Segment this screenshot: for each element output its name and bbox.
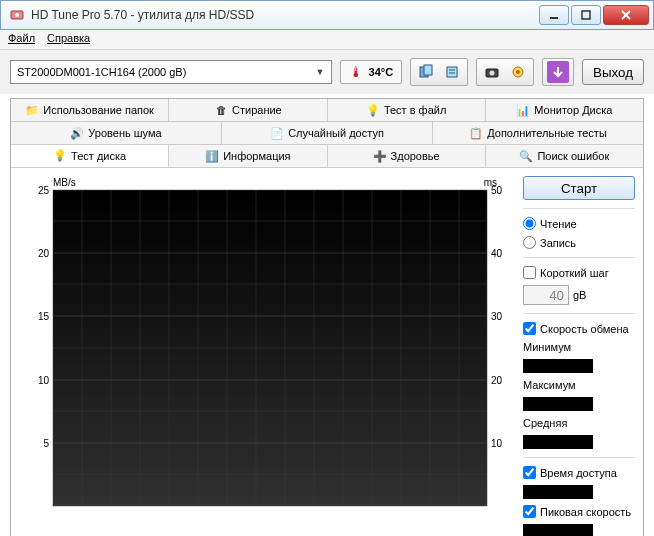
radio-read[interactable]: Чтение (523, 217, 635, 230)
toolbar-group-1 (410, 58, 468, 86)
short-stroke-input (523, 285, 569, 305)
left-axis-label: MB/s (53, 177, 76, 188)
label-minimum: Минимум (523, 341, 635, 353)
search-icon: 🔍 (519, 149, 533, 163)
thermometer-icon: 🌡 (349, 64, 363, 80)
svg-text:40: 40 (491, 248, 503, 259)
info-icon: ℹ️ (205, 149, 219, 163)
svg-text:50: 50 (491, 185, 503, 196)
benchmark-chart: MB/s ms (19, 176, 515, 516)
svg-text:30: 30 (491, 311, 503, 322)
exit-button[interactable]: Выход (582, 59, 644, 85)
svg-text:5: 5 (43, 438, 49, 449)
toolbar: ST2000DM001-1CH164 (2000 gB) ▼ 🌡 34°C Вы… (0, 50, 654, 94)
extra-icon: 📋 (469, 126, 483, 140)
title-bar: HD Tune Pro 5.70 - утилита для HD/SSD (0, 0, 654, 30)
tab-random-access[interactable]: 📄Случайный доступ (222, 122, 433, 144)
trash-icon: 🗑 (214, 103, 228, 117)
tab-noise[interactable]: 🔊Уровень шума (11, 122, 222, 144)
app-icon (9, 7, 25, 23)
check-access-time[interactable]: Время доступа (523, 466, 635, 479)
menu-file[interactable]: Файл (8, 32, 35, 47)
svg-text:15: 15 (38, 311, 50, 322)
svg-point-1 (15, 13, 19, 17)
svg-text:20: 20 (491, 375, 503, 386)
radio-write[interactable]: Запись (523, 236, 635, 249)
tab-health[interactable]: ➕Здоровье (328, 145, 486, 167)
check-burst-rate[interactable]: Пиковая скорость (523, 505, 635, 518)
chart-area: MB/s ms (19, 176, 515, 536)
svg-point-12 (490, 71, 495, 76)
tab-file-test[interactable]: 💡Тест в файл (328, 99, 486, 121)
menu-help[interactable]: Справка (47, 32, 90, 47)
temperature-display: 🌡 34°C (340, 60, 403, 84)
menu-bar: Файл Справка (0, 30, 654, 50)
check-transfer-rate[interactable]: Скорость обмена (523, 322, 635, 335)
screenshot-button[interactable] (481, 61, 503, 83)
close-button[interactable] (603, 5, 649, 25)
value-minimum (523, 359, 593, 373)
toolbar-group-2 (476, 58, 534, 86)
toolbar-group-3 (542, 58, 574, 86)
window-title: HD Tune Pro 5.70 - утилита для HD/SSD (31, 8, 539, 22)
drive-select[interactable]: ST2000DM001-1CH164 (2000 gB) ▼ (10, 60, 332, 84)
minimize-button[interactable] (539, 5, 569, 25)
label-maximum: Максимум (523, 379, 635, 391)
start-button[interactable]: Старт (523, 176, 635, 200)
tab-container: 📁Использование папок 🗑Стирание 💡Тест в ф… (10, 98, 644, 536)
value-burst-rate (523, 524, 593, 536)
folder-icon: 📁 (25, 103, 39, 117)
chevron-down-icon: ▼ (316, 67, 325, 77)
copy-info-button[interactable] (415, 61, 437, 83)
random-icon: 📄 (270, 126, 284, 140)
step-unit: gB (573, 289, 586, 301)
svg-text:25: 25 (38, 185, 50, 196)
svg-text:10: 10 (38, 375, 50, 386)
tab-folder-usage[interactable]: 📁Использование папок (11, 99, 169, 121)
svg-text:10: 10 (491, 438, 503, 449)
settings-button[interactable] (507, 61, 529, 83)
tab-erase[interactable]: 🗑Стирание (169, 99, 327, 121)
drive-label: ST2000DM001-1CH164 (2000 gB) (17, 66, 186, 78)
value-average (523, 435, 593, 449)
label-average: Средняя (523, 417, 635, 429)
tab-disk-monitor[interactable]: 📊Монитор Диска (486, 99, 643, 121)
value-access-time (523, 485, 593, 499)
tab-benchmark[interactable]: 💡Тест диска (11, 145, 169, 167)
health-icon: ➕ (373, 149, 387, 163)
tab-extra-tests[interactable]: 📋Дополнительные тесты (433, 122, 643, 144)
maximize-button[interactable] (571, 5, 601, 25)
side-panel: Старт Чтение Запись Короткий шаг gB Скор… (523, 176, 635, 536)
tab-info[interactable]: ℹ️Информация (169, 145, 327, 167)
copy-screenshot-button[interactable] (441, 61, 463, 83)
svg-rect-8 (447, 67, 457, 77)
svg-rect-3 (582, 11, 590, 19)
speaker-icon: 🔊 (70, 126, 84, 140)
svg-point-14 (516, 70, 520, 74)
benchmark-content: MB/s ms (11, 168, 643, 536)
file-test-icon: 💡 (366, 103, 380, 117)
bulb-icon: 💡 (53, 149, 67, 163)
temperature-value: 34°C (369, 66, 394, 78)
value-maximum (523, 397, 593, 411)
check-short-stroke[interactable]: Короткий шаг (523, 266, 635, 279)
tab-error-scan[interactable]: 🔍Поиск ошибок (486, 145, 643, 167)
svg-text:20: 20 (38, 248, 50, 259)
svg-rect-7 (424, 65, 432, 75)
monitor-icon: 📊 (516, 103, 530, 117)
save-button[interactable] (547, 61, 569, 83)
